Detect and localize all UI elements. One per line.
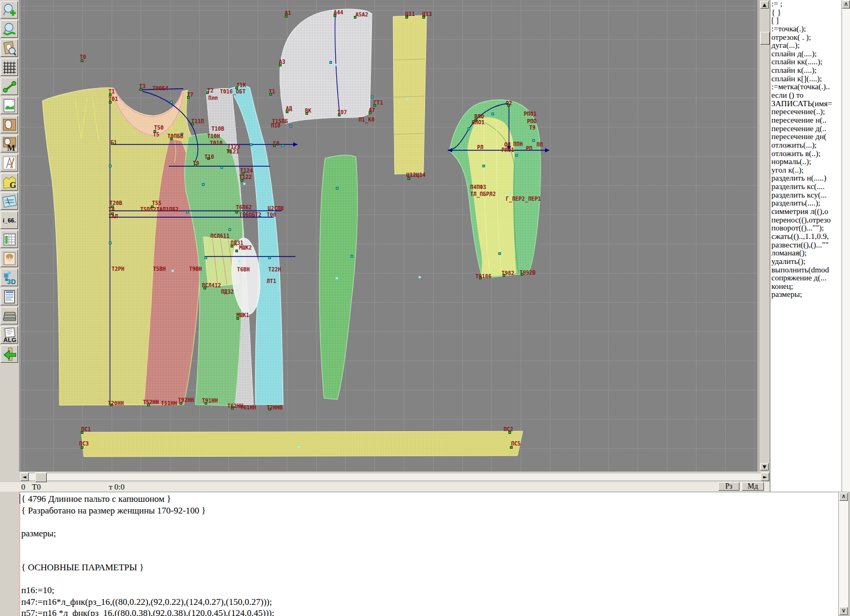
- editor-margin: [19, 492, 20, 616]
- command-item[interactable]: размеры;: [770, 290, 842, 299]
- command-item[interactable]: сплайн к(....);: [770, 66, 842, 75]
- hscroll-thumb[interactable]: [35, 473, 47, 482]
- exit-button[interactable]: [1, 345, 18, 363]
- command-item[interactable]: если () то: [770, 91, 842, 100]
- scroll-down-button[interactable]: ▼: [760, 463, 769, 470]
- model-photo-button[interactable]: [1, 250, 18, 267]
- command-item[interactable]: нормаль(..);: [770, 158, 842, 166]
- command-item[interactable]: :=точка(.);: [770, 25, 842, 33]
- program-editor[interactable]: { 4796 Длинное пальто с капюшоном }{ Раз…: [19, 492, 838, 616]
- command-vscrollbar: ∧: [842, 0, 850, 492]
- command-item[interactable]: разделить ксу(...: [770, 191, 842, 200]
- zoom-out-button[interactable]: [1, 20, 18, 38]
- segment-button[interactable]: [1, 78, 18, 95]
- command-item[interactable]: сопряжение д(...: [770, 274, 842, 283]
- status-point: Т0: [32, 483, 41, 492]
- image-icon: [2, 98, 17, 113]
- pattern-view-button[interactable]: [1, 116, 18, 133]
- command-item[interactable]: перенос((),отрезо: [770, 216, 842, 225]
- grid-button[interactable]: [1, 58, 18, 76]
- command-item[interactable]: отрезок( . );: [770, 33, 842, 42]
- pattern-view-icon: [2, 117, 17, 132]
- command-item[interactable]: сплайн кк(.....);: [770, 58, 842, 66]
- text-list-button[interactable]: [1, 288, 18, 305]
- vscroll-thumb[interactable]: [760, 32, 770, 45]
- command-item[interactable]: пересечение дн(: [770, 133, 842, 141]
- command-item[interactable]: сплайн д(....);: [770, 50, 842, 58]
- zoom-in-button[interactable]: [1, 1, 18, 19]
- command-item[interactable]: отложить в(..);: [770, 150, 842, 158]
- command-item[interactable]: выполнить(dmod: [770, 266, 842, 275]
- command-item[interactable]: сжать(()..,1.1,0.9,: [770, 233, 842, 241]
- model-photo-icon: [2, 251, 17, 266]
- i66-button[interactable]: i_66.: [1, 211, 18, 229]
- md-button[interactable]: Мд: [742, 482, 764, 491]
- text-caret: [20, 494, 20, 504]
- pattern-g-button[interactable]: G: [1, 173, 18, 191]
- drafting-button[interactable]: [1, 154, 18, 172]
- pattern-piece-sleeve: [449, 100, 541, 278]
- pattern-piece-belt: [81, 431, 523, 457]
- drawing-canvas[interactable]: Т0А1А44А5А2Ц11Ц13А3Т3Т00Б4Т2Т1КТ016_ОБТТ…: [20, 0, 758, 472]
- image-button[interactable]: [1, 97, 18, 114]
- scroll-right-button[interactable]: ►: [761, 473, 769, 481]
- command-item[interactable]: поворот(()..."");: [770, 224, 842, 233]
- svg-text:M: M: [7, 142, 15, 151]
- status-count: 0: [21, 483, 26, 492]
- pattern-cad-window: MGi_66.3DALG: [0, 0, 850, 616]
- code-line: размеры;: [21, 528, 56, 539]
- command-item[interactable]: { }: [770, 8, 842, 17]
- command-item[interactable]: пересечение н(..: [770, 116, 842, 125]
- page-preview-button[interactable]: [1, 39, 18, 57]
- command-item[interactable]: разделить кс(....: [770, 183, 842, 191]
- alg-button[interactable]: ALG: [1, 326, 18, 344]
- editor-scroll-up[interactable]: ∧: [839, 493, 848, 501]
- text-list-icon: [2, 289, 17, 304]
- code-line: { Разработано на размер женщины 170-92-1…: [21, 506, 206, 516]
- view-3d-icon: 3D: [2, 270, 17, 285]
- left-toolbar: MGi_66.3DALG: [0, 0, 20, 472]
- pattern-m-button[interactable]: M: [1, 135, 18, 152]
- zoom-in-icon: [2, 3, 17, 18]
- code-line: { 4796 Длинное пальто с капюшоном }: [21, 494, 171, 504]
- command-item[interactable]: дуга(...);: [770, 41, 842, 50]
- pattern-m-icon: M: [2, 136, 17, 151]
- scroll-up-button[interactable]: ▲: [760, 1, 769, 8]
- command-item[interactable]: пересечение(..);: [770, 108, 842, 116]
- svg-text:G: G: [10, 179, 16, 190]
- command-item[interactable]: симметрия л((),о: [770, 208, 842, 216]
- canvas-hscrollbar: ◄ ►: [20, 472, 769, 482]
- command-item[interactable]: конец;: [770, 283, 842, 291]
- pattern-piece-strip: [393, 15, 427, 174]
- command-item[interactable]: ЗАПИСАТЬ(имя=: [770, 100, 842, 108]
- drafting-icon: [2, 156, 17, 170]
- table-button[interactable]: [1, 230, 18, 248]
- command-item[interactable]: отложить(...);: [770, 141, 842, 150]
- command-item[interactable]: [ ]: [770, 16, 842, 25]
- pattern-drawing: [20, 0, 758, 472]
- command-item[interactable]: угол к(..);: [770, 166, 842, 175]
- grid-icon: [2, 60, 17, 75]
- command-scroll-up[interactable]: ∧: [842, 1, 850, 8]
- editor-scroll-down[interactable]: ∨: [839, 607, 848, 615]
- command-item[interactable]: сплайн к[](....);: [770, 75, 842, 83]
- books-button[interactable]: [1, 307, 18, 324]
- table-icon: [2, 232, 17, 247]
- code-line: п47:=п16*л_фнк(рз_16,((80,0.22),(92,0.22…: [21, 597, 272, 608]
- command-item[interactable]: удалить();: [770, 258, 842, 266]
- segment-icon: [2, 79, 17, 94]
- command-item[interactable]: := ;: [770, 0, 842, 8]
- blueprint-button[interactable]: [1, 192, 18, 210]
- status-bar: 0 Т0 т 0:0 Рз Мд: [0, 482, 850, 492]
- alg-icon: ALG: [2, 328, 17, 343]
- rz-button[interactable]: Рз: [718, 482, 740, 491]
- view-3d-button[interactable]: 3D: [1, 269, 18, 286]
- command-item[interactable]: ломаная();: [770, 249, 842, 258]
- command-item[interactable]: разделить н(.....): [770, 174, 842, 183]
- command-item[interactable]: пересечение д(..: [770, 125, 842, 133]
- command-item[interactable]: развести((),()..."": [770, 241, 842, 250]
- code-line: п57:=п16 *л_фнк(рз_16,((80,0.38),(92,0.3…: [21, 608, 274, 616]
- command-item[interactable]: разделить(....);: [770, 199, 842, 208]
- command-item[interactable]: :=метка(точка(.)..: [770, 83, 842, 91]
- scroll-left-button[interactable]: ◄: [20, 473, 29, 481]
